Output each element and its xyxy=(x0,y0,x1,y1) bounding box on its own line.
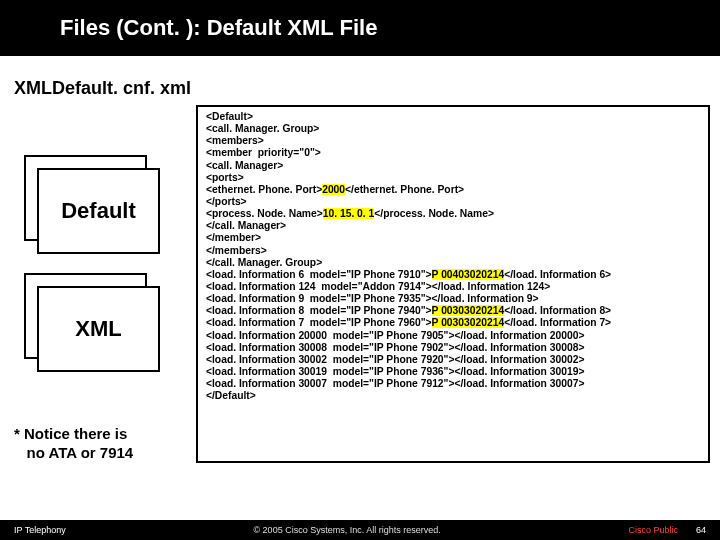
file-label-xml: XML xyxy=(37,286,160,372)
xml-highlight: P 00403020214 xyxy=(432,269,505,280)
xml-line: <load. Information 6 model="IP Phone 791… xyxy=(206,269,432,280)
footer-left: IP Telephony xyxy=(14,525,66,535)
xml-line: <load. Information 9 model="IP Phone 793… xyxy=(206,293,539,304)
file-icon-default: Default xyxy=(24,155,164,255)
xml-line: <process. Node. Name> xyxy=(206,208,323,219)
xml-line: </member> xyxy=(206,232,261,243)
xml-line: <members> xyxy=(206,135,264,146)
xml-line: </members> xyxy=(206,245,267,256)
footer-slide-number: 64 xyxy=(696,525,706,535)
xml-line: <load. Information 124 model="Addon 7914… xyxy=(206,281,550,292)
xml-line: <ports> xyxy=(206,172,244,183)
xml-line: </Default> xyxy=(206,390,256,401)
xml-highlight: 10. 15. 0. 1 xyxy=(323,208,375,219)
xml-line: </call. Manager. Group> xyxy=(206,257,322,268)
xml-line: <Default> xyxy=(206,111,253,122)
notice-text: * Notice there is no ATA or 7914 xyxy=(14,425,188,463)
xml-content-box: <Default> <call. Manager. Group> <member… xyxy=(196,105,710,463)
xml-line: </ethernet. Phone. Port> xyxy=(345,184,464,195)
xml-line: </load. Information 8> xyxy=(504,305,611,316)
xml-line: <load. Information 20000 model="IP Phone… xyxy=(206,330,584,341)
xml-line: <call. Manager. Group> xyxy=(206,123,319,134)
footer-classification: Cisco Public xyxy=(628,525,678,535)
xml-line: <load. Information 30008 model="IP Phone… xyxy=(206,342,584,353)
xml-line: <call. Manager> xyxy=(206,160,283,171)
footer-copyright: © 2005 Cisco Systems, Inc. All rights re… xyxy=(66,525,629,535)
xml-line: </process. Node. Name> xyxy=(374,208,494,219)
xml-line: <member priority="0"> xyxy=(206,147,321,158)
xml-line: <load. Information 30002 model="IP Phone… xyxy=(206,354,584,365)
filename-subtitle: XMLDefault. cnf. xml xyxy=(14,78,720,99)
xml-highlight: P 00303020214 xyxy=(432,317,505,328)
xml-line: </load. Information 7> xyxy=(504,317,611,328)
xml-highlight: P 00303020214 xyxy=(432,305,505,316)
file-label-default: Default xyxy=(37,168,160,254)
xml-line: <load. Information 30019 model="IP Phone… xyxy=(206,366,584,377)
xml-line: </ports> xyxy=(206,196,247,207)
xml-line: <ethernet. Phone. Port> xyxy=(206,184,322,195)
footer-bar: IP Telephony © 2005 Cisco Systems, Inc. … xyxy=(0,520,720,540)
slide-title: Files (Cont. ): Default XML File xyxy=(60,15,377,41)
xml-line: </load. Information 6> xyxy=(504,269,611,280)
xml-line: <load. Information 30007 model="IP Phone… xyxy=(206,378,584,389)
xml-line: </call. Manager> xyxy=(206,220,286,231)
xml-line: <load. Information 7 model="IP Phone 796… xyxy=(206,317,432,328)
slide-title-bar: Files (Cont. ): Default XML File xyxy=(0,0,720,56)
file-icon-xml: XML xyxy=(24,273,164,373)
left-column: Default XML * Notice there is no ATA or … xyxy=(14,105,188,463)
xml-line: <load. Information 8 model="IP Phone 794… xyxy=(206,305,432,316)
xml-highlight: 2000 xyxy=(322,184,345,195)
content-row: Default XML * Notice there is no ATA or … xyxy=(0,105,720,463)
